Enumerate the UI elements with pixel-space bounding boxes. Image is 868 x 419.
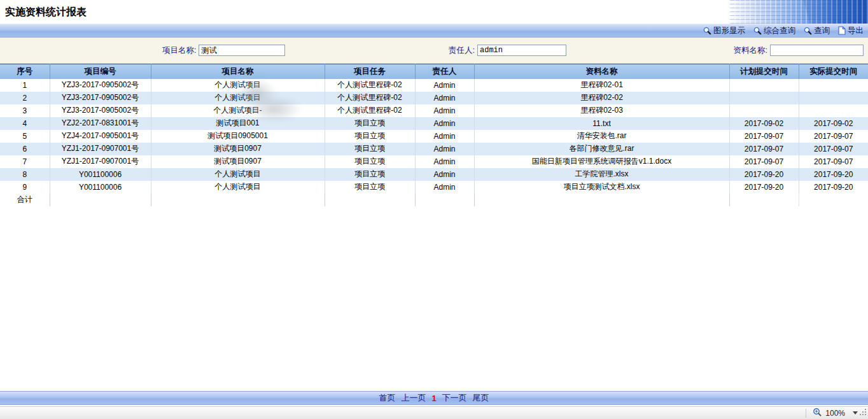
owner-label: 责任人:: [449, 45, 475, 56]
table-cell: 11.txt: [474, 117, 729, 130]
table-row[interactable]: 7YZJ1-2017-0907001号测试项目0907项目立项Admin国能日新…: [0, 155, 868, 168]
table-cell: [729, 79, 799, 92]
table-cell: 项目立项: [325, 181, 415, 194]
combined-query-button[interactable]: 综合查询: [753, 25, 795, 36]
owner-filter: 责任人:: [449, 45, 566, 56]
table-cell: 6: [0, 143, 50, 155]
page-title: 实施资料统计报表: [5, 6, 87, 19]
table-row[interactable]: 6YZJ1-2017-0907001号测试项目0907项目立项Admin各部门修…: [0, 143, 868, 155]
table-cell: Admin: [415, 155, 474, 168]
table-cell: Admin: [415, 79, 474, 92]
table-cell: YZJ1-2017-0907001号: [50, 143, 151, 155]
table-cell: [729, 104, 799, 117]
table-row[interactable]: 5YZJ4-2017-0905001号测试项目0905001项目立项Admin清…: [0, 130, 868, 143]
table-cell: [151, 194, 325, 206]
table-cell: 里程碑02-01: [474, 79, 729, 92]
table-cell: YZJ1-2017-0907001号: [50, 155, 151, 168]
table-cell: 2017-09-02: [799, 117, 868, 130]
table-cell: YZJ3-2017-0905002号: [50, 92, 151, 104]
zoom-dropdown-caret-icon[interactable]: [853, 411, 858, 415]
table-cell: 清华安装包.rar: [474, 130, 729, 143]
table-cell: 8: [0, 168, 50, 181]
table-cell: [50, 194, 151, 206]
table-cell: 个人测试项目: [151, 92, 325, 104]
table-cell: Admin: [415, 92, 474, 104]
column-header: 计划提交时间: [729, 64, 799, 79]
total-label-cell: 合计: [0, 194, 50, 206]
resize-grip[interactable]: [860, 409, 867, 418]
table-row[interactable]: 8Y001100006个人测试项目项目立项Admin工学院管理.xlsx2017…: [0, 168, 868, 181]
table-cell: Admin: [415, 104, 474, 117]
table-body: 1YZJ3-2017-0905002号个人测试项目个人测试里程碑-02Admin…: [0, 79, 868, 206]
table-cell: 2017-09-02: [729, 117, 799, 130]
table-cell: Admin: [415, 168, 474, 181]
table-cell: [799, 79, 868, 92]
pager-prev[interactable]: 上一页: [401, 392, 426, 404]
column-header: 资料名称: [474, 64, 729, 79]
column-header: 序号: [0, 64, 50, 79]
magnifier-icon: [804, 27, 812, 35]
zoom-magnifier-icon[interactable]: [813, 408, 822, 418]
material-name-input[interactable]: [770, 45, 864, 56]
pager-current-page: 1: [431, 394, 436, 403]
pagination-bar: 首页 上一页 1 下一页 尾页: [0, 391, 868, 405]
column-header: 项目名称: [151, 64, 325, 79]
table-cell: [415, 194, 474, 206]
graphic-display-button[interactable]: 图形显示: [703, 25, 745, 36]
table-row[interactable]: 3YZJ3-2017-0905002号个人测试项目-个人测试里程碑-02Admi…: [0, 104, 868, 117]
magnifier-icon: [753, 27, 762, 35]
table-cell: 2017-09-07: [729, 155, 799, 168]
table-cell: YZJ2-2017-0831001号: [50, 117, 151, 130]
material-name-label: 资料名称:: [734, 45, 767, 56]
table-row[interactable]: 9Y001100006个人测试项目项目立项Admin项目立项测试文档.xlsx2…: [0, 181, 868, 194]
table-cell: 工学院管理.xlsx: [474, 168, 729, 181]
table-cell: [474, 194, 729, 206]
filter-bar: 项目名称: 责任人: 资料名称:: [0, 38, 868, 64]
project-name-label: 项目名称:: [162, 45, 196, 56]
table-cell: Admin: [415, 181, 474, 194]
table-cell: 测试项目0907: [151, 143, 325, 155]
pager-last[interactable]: 尾页: [473, 392, 489, 404]
table-cell: 测试项目0907: [151, 155, 325, 168]
table-cell: 项目立项: [325, 130, 415, 143]
owner-input[interactable]: [477, 45, 566, 56]
table-cell: [729, 92, 799, 104]
table-cell: 个人测试里程碑-02: [325, 79, 415, 92]
query-button[interactable]: 查询: [804, 25, 830, 36]
pager-first[interactable]: 首页: [379, 392, 395, 404]
toolbar: 图形显示 综合查询 查询 导出: [0, 24, 868, 38]
table-cell: [799, 92, 868, 104]
table-cell: Y001100006: [50, 168, 151, 181]
table-cell: 个人测试项目: [151, 79, 325, 92]
table-row[interactable]: 4YZJ2-2017-0831001号测试项目001项目立项Admin11.tx…: [0, 117, 868, 130]
table-cell: 测试项目001: [151, 117, 325, 130]
table-cell: 3: [0, 104, 50, 117]
table-cell: 里程碑02-02: [474, 92, 729, 104]
table-cell: YZJ3-2017-0905002号: [50, 104, 151, 117]
status-bar: 100%: [0, 406, 868, 419]
title-bar: 实施资料统计报表: [0, 0, 868, 24]
report-table: 序号项目编号项目名称项目任务责任人资料名称计划提交时间实际提交时间 1YZJ3-…: [0, 64, 868, 206]
table-cell: 2017-09-07: [799, 130, 868, 143]
table-cell: 测试项目0905001: [151, 130, 325, 143]
table-cell: [799, 104, 868, 117]
table-cell: 个人测试项目: [151, 168, 325, 181]
project-name-input[interactable]: [199, 45, 285, 56]
table-row[interactable]: 1YZJ3-2017-0905002号个人测试项目个人测试里程碑-02Admin…: [0, 79, 868, 92]
table-cell: 2017-09-20: [799, 168, 868, 181]
export-button[interactable]: 导出: [838, 25, 864, 36]
table-cell: [799, 194, 868, 206]
column-header: 责任人: [415, 64, 474, 79]
table-cell: 7: [0, 155, 50, 168]
table-header-row: 序号项目编号项目名称项目任务责任人资料名称计划提交时间实际提交时间: [0, 64, 868, 79]
table-cell: 个人测试项目: [151, 181, 325, 194]
zoom-level[interactable]: 100%: [825, 409, 845, 418]
table-cell: 4: [0, 117, 50, 130]
table-cell: [729, 194, 799, 206]
table-cell: 项目立项: [325, 155, 415, 168]
table-cell: 个人测试项目-: [151, 104, 325, 117]
pager-next[interactable]: 下一页: [442, 392, 467, 404]
table-row[interactable]: 2YZJ3-2017-0905002号个人测试项目个人测试里程碑-02Admin…: [0, 92, 868, 104]
table-cell: 各部门修改意见.rar: [474, 143, 729, 155]
table-cell: 2: [0, 92, 50, 104]
